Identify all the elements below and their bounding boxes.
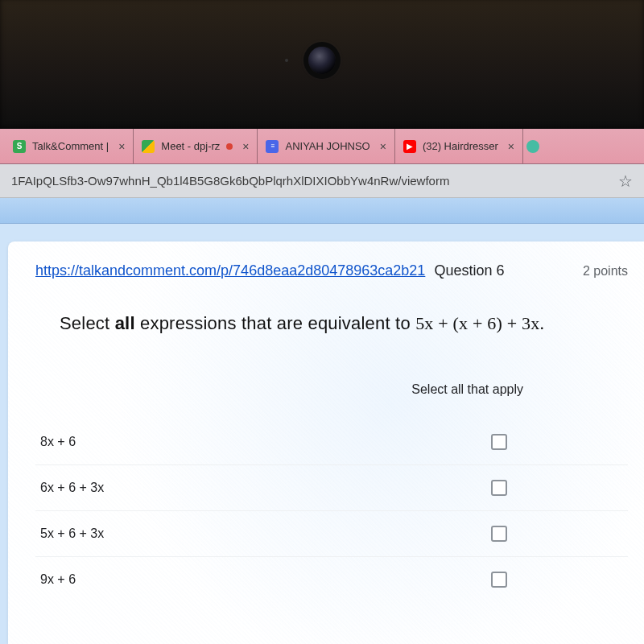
tab-title: Talk&Comment | [32, 140, 109, 152]
checkbox[interactable] [491, 480, 507, 496]
bookmarks-toolstrip [0, 198, 644, 224]
webcam-icon [308, 47, 336, 74]
tab-title: Meet - dpj-rz [161, 140, 220, 152]
question-audio-link[interactable]: https://talkandcomment.com/p/746d8eaa2d8… [35, 262, 425, 279]
browser-tabstrip: S Talk&Comment | × Meet - dpj-rz × ≡ ANI… [0, 129, 644, 164]
recording-dot-icon [226, 143, 233, 150]
form-page: https://talkandcomment.com/p/746d8eaa2d8… [0, 224, 644, 644]
option-label: 5x + 6 + 3x [40, 526, 104, 541]
close-icon[interactable]: × [118, 140, 125, 153]
checkbox[interactable] [491, 526, 507, 542]
address-bar[interactable]: 1FAIpQLSfb3-Ow97whnH_Qb1l4B5G8Gk6bQbPlqr… [0, 164, 644, 198]
sensor-dot-icon [285, 59, 288, 62]
talkcomment-favicon-icon: S [13, 140, 26, 153]
prompt-prefix: Select [60, 313, 115, 333]
close-icon[interactable]: × [242, 140, 249, 153]
laptop-bezel [0, 0, 644, 129]
question-prompt: Select all expressions that are equivale… [60, 313, 628, 334]
question-points: 2 points [583, 264, 628, 279]
prompt-expression: 5x + (x + 6) + 3x. [415, 313, 544, 333]
tab-talk-and-comment[interactable]: S Talk&Comment | × [5, 129, 134, 163]
option-label: 6x + 6 + 3x [40, 481, 104, 495]
column-header: Select all that apply [35, 382, 628, 397]
question-number: Question 6 [434, 262, 504, 279]
tab-aniyah[interactable]: ≡ ANIYAH JOHNSO × [258, 129, 394, 163]
option-label: 9x + 6 [40, 572, 76, 587]
close-icon[interactable]: × [508, 140, 514, 153]
close-icon[interactable]: × [380, 140, 386, 153]
tab-hairdresser[interactable]: ▶ (32) Hairdresser × [395, 129, 523, 163]
question-header: https://talkandcomment.com/p/746d8eaa2d8… [35, 262, 628, 279]
tab-overflow[interactable] [523, 129, 543, 163]
option-row: 6x + 6 + 3x [35, 465, 628, 511]
tab-meet[interactable]: Meet - dpj-rz × [134, 129, 258, 163]
tab-title: (32) Hairdresser [423, 140, 498, 152]
bookmark-star-icon[interactable]: ☆ [618, 171, 633, 191]
option-row: 9x + 6 [35, 557, 628, 602]
tab-title: ANIYAH JOHNSO [285, 140, 369, 152]
meet-favicon-icon [142, 140, 155, 153]
url-text: 1FAIpQLSfb3-Ow97whnH_Qb1l4B5G8Gk6bQbPlqr… [11, 174, 449, 188]
checkbox[interactable] [491, 572, 507, 588]
option-row: 5x + 6 + 3x [35, 511, 628, 557]
overflow-favicon-icon [526, 140, 539, 153]
youtube-favicon-icon: ▶ [403, 140, 416, 153]
question-card: https://talkandcomment.com/p/746d8eaa2d8… [8, 242, 644, 644]
prompt-bold: all [115, 313, 135, 333]
prompt-mid: expressions that are equivalent to [135, 313, 415, 333]
option-row: 8x + 6 [35, 419, 628, 465]
docs-favicon-icon: ≡ [266, 140, 279, 153]
option-label: 8x + 6 [40, 435, 76, 449]
checkbox[interactable] [491, 434, 507, 450]
